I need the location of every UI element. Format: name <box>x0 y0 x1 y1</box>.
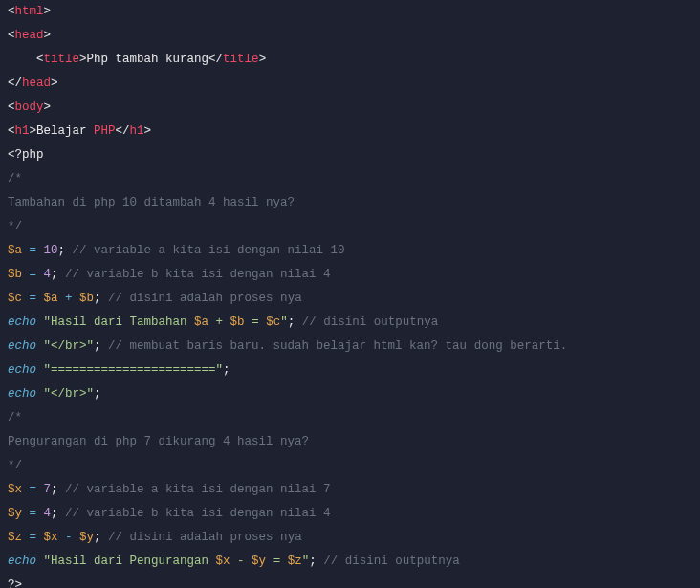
code-line[interactable]: */ <box>0 454 700 478</box>
variable: $b <box>8 268 22 281</box>
comment: // membuat baris baru. sudah belajar htm… <box>101 339 568 353</box>
space <box>36 339 44 353</box>
code-line[interactable]: $b = 4; // variable b kita isi dengan ni… <box>0 263 700 287</box>
code-line[interactable]: /* <box>0 406 700 430</box>
comment: Tambahan di php 10 ditambah 4 hasil nya? <box>8 196 295 209</box>
code-line[interactable]: echo "</br>"; // membuat baris baru. sud… <box>0 335 700 359</box>
string: "</br>" <box>44 339 95 353</box>
op: = <box>22 483 44 496</box>
bracket: </ <box>116 124 130 138</box>
comment: // variable b kita isi dengan nilai 4 <box>58 507 331 520</box>
code-line[interactable]: ?> <box>0 574 700 588</box>
code-line[interactable]: $x = 7; // variable a kita isi dengan ni… <box>0 478 700 502</box>
bracket: < <box>8 100 15 114</box>
bracket: < <box>8 124 15 138</box>
tag-title: title <box>223 53 259 66</box>
comment: // disini outputnya <box>317 555 460 568</box>
op: = <box>22 531 44 544</box>
tag-head: head <box>15 29 44 42</box>
bracket: > <box>30 124 37 138</box>
semi: ; <box>223 363 230 377</box>
quote: " <box>44 316 52 329</box>
code-line[interactable]: */ <box>0 215 700 239</box>
number: 4 <box>44 507 52 520</box>
code-line[interactable]: <title>Php tambah kurang</title> <box>0 48 700 72</box>
string: "=======================" <box>44 363 224 377</box>
string: Hasil dari Tambahan <box>51 316 194 329</box>
comment: */ <box>8 459 22 472</box>
semi: ; <box>94 531 101 544</box>
semi: ; <box>58 244 66 257</box>
indent <box>8 53 36 66</box>
code-line[interactable]: Tambahan di php 10 ditambah 4 hasil nya? <box>0 191 700 215</box>
number: 10 <box>44 244 58 257</box>
string-var: $z <box>288 555 302 568</box>
string: = <box>245 316 267 329</box>
bracket: > <box>144 124 152 138</box>
quote: " <box>280 316 288 329</box>
code-line[interactable]: echo "Hasil dari Tambahan $a + $b = $c";… <box>0 311 700 335</box>
variable: $a <box>44 292 58 305</box>
variable: $y <box>8 507 22 520</box>
tag-head: head <box>22 76 51 90</box>
bracket: > <box>44 29 52 42</box>
bracket: < <box>36 53 44 66</box>
semi: ; <box>51 483 58 496</box>
string: + <box>208 316 230 329</box>
string: - <box>230 555 252 568</box>
semi: ; <box>51 507 58 520</box>
comment: // variable a kita isi dengan nilai 10 <box>65 244 345 257</box>
code-line[interactable]: <h1>Belajar PHP</h1> <box>0 120 700 143</box>
comment: Pengurangan di php 7 dikurang 4 hasil ny… <box>8 435 309 448</box>
bracket: < <box>8 29 15 42</box>
variable: $y <box>79 531 94 544</box>
tag-body: body <box>15 100 44 114</box>
text: Php tambah kurang <box>87 53 209 66</box>
echo: echo <box>8 555 36 568</box>
quote: " <box>44 555 52 568</box>
bracket: > <box>79 53 87 66</box>
comment: /* <box>8 411 22 425</box>
variable: $x <box>8 483 22 496</box>
code-line[interactable]: /* <box>0 167 700 191</box>
comment: // disini outputnya <box>295 316 438 329</box>
semi: ; <box>94 387 101 401</box>
code-line[interactable]: echo "======================="; <box>0 359 700 382</box>
comment: // variable b kita isi dengan nilai 4 <box>58 268 331 281</box>
variable: $a <box>8 244 22 257</box>
code-line[interactable]: <html> <box>0 0 700 24</box>
code-line[interactable]: $a = 10; // variable a kita isi dengan n… <box>0 239 700 263</box>
tag-h1: h1 <box>130 124 144 138</box>
code-line[interactable]: $z = $x - $y; // disini adalah proses ny… <box>0 526 700 550</box>
string-var: $c <box>266 316 280 329</box>
comment: /* <box>8 172 22 185</box>
code-line[interactable]: $y = 4; // variable b kita isi dengan ni… <box>0 502 700 526</box>
echo: echo <box>8 339 36 353</box>
bracket: </ <box>208 53 223 66</box>
op: = <box>22 507 44 520</box>
variable: $x <box>44 531 58 544</box>
variable: $b <box>79 292 94 305</box>
code-line[interactable]: </head> <box>0 72 700 96</box>
code-line[interactable]: echo "Hasil dari Pengurangan $x - $y = $… <box>0 550 700 574</box>
variable: $z <box>8 531 22 544</box>
code-line[interactable]: <head> <box>0 24 700 48</box>
php-open: <?php <box>8 148 44 162</box>
comment: // disini adalah proses nya <box>101 292 302 305</box>
code-line[interactable]: <body> <box>0 96 700 120</box>
bracket: </ <box>8 76 22 90</box>
php-close: ?> <box>8 578 22 588</box>
bracket: < <box>8 5 15 18</box>
code-editor[interactable]: <html> <head> <title>Php tambah kurang</… <box>0 0 700 588</box>
op: = <box>22 268 44 281</box>
code-line[interactable]: Pengurangan di php 7 dikurang 4 hasil ny… <box>0 430 700 454</box>
code-line[interactable]: $c = $a + $b; // disini adalah proses ny… <box>0 287 700 311</box>
string: "</br>" <box>44 387 95 401</box>
code-line[interactable]: echo "</br>"; <box>0 382 700 406</box>
bracket: > <box>259 53 267 66</box>
space <box>36 555 44 568</box>
string-var: $x <box>216 555 230 568</box>
space <box>36 387 44 401</box>
text: PHP <box>94 124 116 138</box>
code-line[interactable]: <?php <box>0 143 700 167</box>
